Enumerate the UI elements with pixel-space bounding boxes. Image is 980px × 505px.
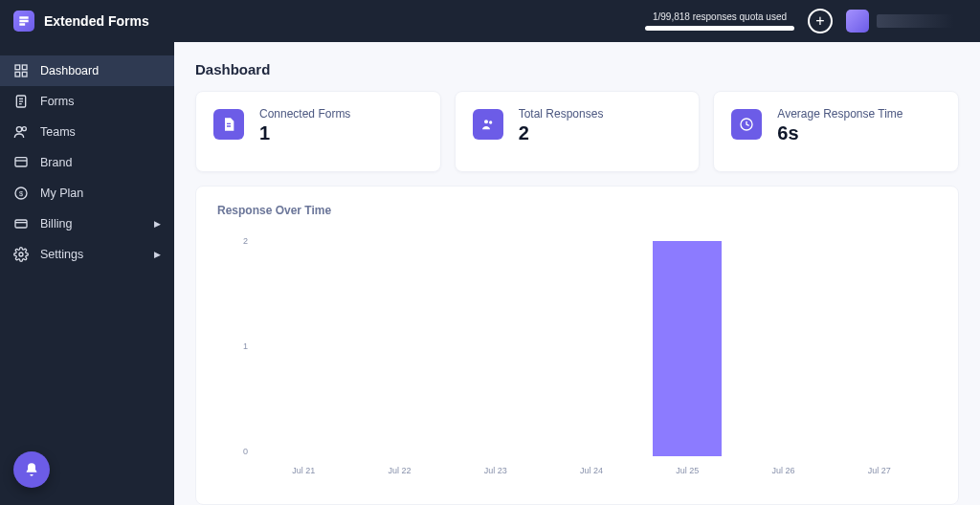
brand-logo-icon [13,11,34,32]
brand-icon [13,155,29,170]
svg-point-17 [484,120,488,123]
chart-x-axis: Jul 21Jul 22Jul 23Jul 24Jul 25Jul 26Jul … [256,466,927,475]
bar-slot [256,241,351,456]
x-tick: Jul 24 [544,466,639,475]
y-tick: 2 [227,236,248,246]
quota-progress-bar [645,26,794,31]
svg-rect-2 [15,72,20,77]
svg-point-9 [22,127,26,131]
svg-rect-3 [22,72,27,77]
topbar-right: 1/99,818 responses quota used + [645,9,980,33]
plus-icon: + [815,13,824,29]
sidebar-item-forms[interactable]: Forms [0,86,174,117]
chevron-right-icon: ▶ [154,219,161,229]
sidebar-item-label: Forms [40,95,74,108]
sidebar-item-teams[interactable]: Teams [0,117,174,147]
svg-rect-14 [15,220,27,228]
notifications-button[interactable] [13,451,50,488]
users-icon [473,109,503,140]
svg-point-8 [16,127,21,132]
sidebar-item-label: Dashboard [40,64,99,77]
bar-slot [448,241,544,456]
chart-card: Response Over Time 210 Jul 21Jul 22Jul 2… [195,186,959,505]
stat-label: Average Response Time [777,107,902,121]
forms-icon [13,94,29,109]
sidebar-item-dashboard[interactable]: Dashboard [0,55,174,86]
sidebar-item-label: Settings [40,248,83,261]
chart-bars [256,241,927,456]
clock-icon [731,109,762,140]
bell-icon [24,462,39,477]
x-tick: Jul 25 [639,466,735,475]
brand-name: Extended Forms [44,13,149,29]
main-content: Dashboard Connected Forms 1 Total Respon… [174,42,980,505]
x-tick: Jul 26 [735,466,831,475]
svg-rect-1 [22,65,27,70]
stat-card-total-responses: Total Responses 2 [455,91,701,172]
billing-icon [13,216,29,231]
svg-rect-10 [15,158,27,166]
sidebar-item-label: My Plan [40,187,83,200]
bar-slot [832,241,927,456]
stat-card-connected-forms: Connected Forms 1 [195,91,441,172]
sidebar-item-label: Teams [40,125,76,139]
bar-slot [351,241,447,456]
x-tick: Jul 22 [351,466,447,475]
svg-point-18 [489,121,492,123]
chart-bar [653,241,722,456]
chart-plot [256,241,927,456]
y-tick: 1 [227,341,248,351]
stat-cards: Connected Forms 1 Total Responses 2 Aver… [195,91,959,172]
bar-slot [639,241,735,456]
x-tick: Jul 23 [448,466,544,475]
teams-icon [13,124,29,140]
svg-point-16 [19,252,23,256]
sidebar-item-label: Brand [40,156,72,169]
chart-area: 210 Jul 21Jul 22Jul 23Jul 24Jul 25Jul 26… [256,236,927,475]
settings-icon [13,247,29,262]
x-tick: Jul 27 [832,466,927,475]
x-tick: Jul 21 [256,466,351,475]
page-title: Dashboard [195,61,959,77]
stat-label: Connected Forms [259,107,350,121]
stat-label: Total Responses [519,107,604,121]
file-icon [213,109,244,140]
quota-indicator: 1/99,818 responses quota used [645,11,794,31]
sidebar: Dashboard Forms Teams Brand $ My Plan Bi… [0,42,174,505]
chevron-right-icon: ▶ [154,250,161,259]
brand[interactable]: Extended Forms [0,11,174,32]
sidebar-item-label: Billing [40,217,72,231]
sidebar-item-settings[interactable]: Settings ▶ [0,239,174,270]
plan-icon: $ [13,186,29,201]
topbar: Extended Forms 1/99,818 responses quota … [0,0,980,42]
add-button[interactable]: + [808,9,833,33]
y-tick: 0 [227,447,248,456]
avatar [846,10,869,33]
user-menu[interactable] [846,10,963,33]
bar-slot [735,241,831,456]
chart-title: Response Over Time [217,204,937,217]
user-name [877,14,963,28]
svg-text:$: $ [19,189,23,198]
stat-card-avg-response-time: Average Response Time 6s [713,91,959,172]
quota-text: 1/99,818 responses quota used [653,11,787,22]
stat-value: 1 [259,122,350,144]
bar-slot [544,241,639,456]
svg-rect-0 [15,65,20,70]
stat-value: 6s [777,122,902,144]
sidebar-item-brand[interactable]: Brand [0,147,174,178]
chart-y-axis: 210 [227,236,248,456]
sidebar-item-billing[interactable]: Billing ▶ [0,209,174,239]
sidebar-item-myplan[interactable]: $ My Plan [0,178,174,209]
stat-value: 2 [519,122,604,144]
dashboard-icon [13,63,29,78]
